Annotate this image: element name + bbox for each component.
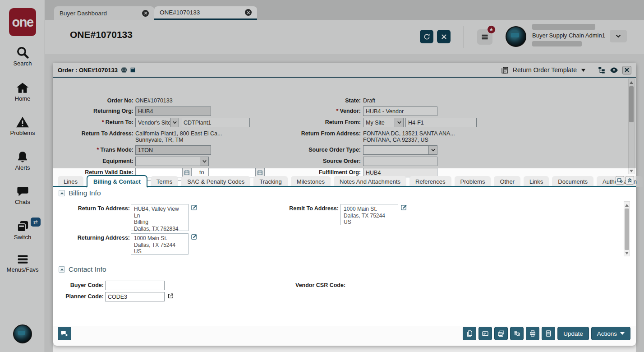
caret-down-icon[interactable]	[581, 68, 586, 72]
equipment-select[interactable]	[135, 157, 209, 166]
one-logo[interactable]: one	[9, 8, 36, 36]
update-button[interactable]: Update	[557, 327, 589, 340]
field-label: Return From Address:	[301, 130, 361, 137]
calculator-button[interactable]	[542, 327, 555, 340]
tab-other[interactable]: Other	[494, 176, 520, 187]
scroll-down-arrow[interactable]	[629, 168, 634, 174]
billing-return-to-address-box[interactable]: HUB4, Valley View Ln Billing Dallas, TX …	[131, 204, 189, 231]
field-label: Source Order Type:	[308, 147, 361, 153]
sidebar-item-home[interactable]: Home	[0, 81, 45, 102]
billing-returning-address-box[interactable]: 1000 Main St. Dallas, TX 75244 US	[131, 233, 189, 255]
sidebar-item-switch[interactable]: ⇄ Switch	[0, 219, 45, 241]
sidebar-item-alerts[interactable]: Alerts	[0, 150, 45, 171]
return-to-site-field[interactable]: CDTPlant1	[181, 118, 250, 127]
template-selector[interactable]: Return Order Template	[513, 66, 577, 74]
scrollbar-thumb[interactable]	[629, 86, 634, 122]
switch-badge-icon: ⇄	[31, 218, 41, 227]
order-form-scrollbar[interactable]	[628, 79, 635, 174]
buyer-code-field[interactable]	[105, 281, 165, 290]
actions-button[interactable]: Actions	[591, 327, 630, 340]
scrollbar-thumb[interactable]	[625, 208, 629, 250]
external-link-icon[interactable]	[167, 293, 174, 299]
warning-triangle-icon	[0, 116, 45, 129]
window-tab-order[interactable]: ONE#1070133	[154, 6, 257, 20]
detail-tab-bar: Lines Billing & Contact Terms SAC & Pena…	[53, 174, 636, 187]
return-from-site-field[interactable]: H4-F1	[405, 118, 477, 127]
billing-scrollbar[interactable]	[624, 201, 630, 256]
tab-milestones[interactable]: Milestones	[291, 176, 331, 187]
chevron-down-icon	[170, 118, 179, 127]
tab-notes-attachments[interactable]: Notes And Attachments	[334, 176, 406, 187]
tab-documents[interactable]: Documents	[552, 176, 593, 187]
switch-windows-icon: ⇄	[0, 219, 45, 233]
return-from-select[interactable]: My Site	[363, 118, 404, 127]
edit-icon[interactable]	[400, 204, 407, 211]
copy-document-icon	[466, 330, 473, 337]
vendor-field[interactable]: HUB4 - Vendor	[363, 107, 437, 116]
field-label: Equipment:	[102, 158, 133, 164]
sidebar-item-search[interactable]: Search	[0, 46, 45, 67]
tab-terms[interactable]: Terms	[151, 176, 178, 187]
user-block: Buyer Supply Chain Admin1	[532, 24, 622, 46]
audit-trail-icon	[513, 330, 520, 337]
chat-bubble-icon	[0, 185, 45, 198]
user-menu-chevron[interactable]	[610, 30, 627, 42]
avatar[interactable]	[506, 26, 526, 47]
refresh-button[interactable]	[420, 30, 433, 43]
close-button[interactable]	[437, 30, 451, 43]
refresh-icon	[423, 33, 431, 41]
edit-icon[interactable]	[191, 233, 198, 240]
source-order-type-select[interactable]	[363, 145, 437, 155]
hierarchy-icon[interactable]	[598, 66, 606, 74]
sidebar-item-problems[interactable]: Problems	[0, 116, 45, 136]
return-to-select[interactable]: Vendor's Site	[135, 118, 179, 127]
window-tab-buyer-dashboard[interactable]: Buyer Dashboard	[54, 6, 154, 20]
return-from-address-line: FONTANA, CA 92337, US	[363, 137, 428, 143]
section-title: Contact Info	[69, 265, 106, 273]
tab-sac-penalty-codes[interactable]: SAC & Penalty Codes	[181, 176, 250, 187]
copy-document-button[interactable]	[463, 327, 476, 340]
close-tab-icon[interactable]	[245, 9, 252, 16]
scroll-down-arrow[interactable]	[624, 250, 630, 256]
contact-info-section-header: Contact Info	[59, 265, 106, 273]
panel-close-icon[interactable]	[622, 66, 631, 74]
user-role: Buyer Supply Chain Admin1	[532, 32, 622, 39]
audit-trail-button[interactable]	[510, 327, 524, 340]
close-tab-icon[interactable]	[142, 10, 149, 17]
collapse-section-icon[interactable]	[59, 190, 65, 196]
assistant-avatar[interactable]	[13, 324, 32, 343]
card-button[interactable]	[478, 327, 492, 340]
gear-icon[interactable]	[616, 176, 624, 185]
tab-lines[interactable]: Lines	[58, 176, 83, 187]
sidebar-item-chats[interactable]: Chats	[0, 185, 45, 205]
field-label: Source Order:	[323, 158, 361, 164]
billing-remit-to-address-box[interactable]: 1000 Main St. Dallas, TX 75244 US	[340, 204, 398, 225]
source-order-field[interactable]	[363, 157, 437, 166]
state-value: Draft	[363, 97, 375, 104]
field-label: Vendor CSR Code:	[295, 282, 345, 288]
quick-menu-button[interactable]: ★	[477, 29, 492, 45]
billing-info-section-header: Billing Info	[59, 189, 101, 197]
edit-icon[interactable]	[191, 204, 198, 211]
trans-mode-field[interactable]: 1TON	[135, 145, 211, 155]
tab-billing-contact[interactable]: Billing & Contact	[87, 175, 147, 188]
copy-window-button[interactable]	[494, 327, 508, 340]
collapse-section-icon[interactable]	[59, 266, 65, 273]
field-label: Returning Org:	[93, 108, 133, 114]
chat-forward-button[interactable]	[58, 327, 71, 340]
tab-references[interactable]: References	[409, 176, 451, 187]
collapse-icon[interactable]	[626, 176, 634, 185]
scroll-up-arrow[interactable]	[624, 203, 630, 208]
hamburger-icon	[481, 33, 489, 41]
chevron-down-icon	[395, 118, 403, 127]
tab-problems[interactable]: Problems	[455, 176, 491, 187]
scroll-up-arrow[interactable]	[629, 80, 634, 85]
returning-org-field[interactable]: HUB4	[135, 107, 211, 116]
order-panel: Order : ONE#1070133 Return Order Templat…	[53, 63, 636, 346]
planner-code-field[interactable]: CODE3	[105, 292, 165, 301]
tab-tracking[interactable]: Tracking	[253, 176, 287, 187]
sidebar-item-menus-favs[interactable]: Menus/Favs	[0, 253, 45, 273]
eye-icon[interactable]	[610, 67, 618, 74]
print-button[interactable]	[526, 327, 539, 340]
tab-links[interactable]: Links	[524, 176, 549, 187]
